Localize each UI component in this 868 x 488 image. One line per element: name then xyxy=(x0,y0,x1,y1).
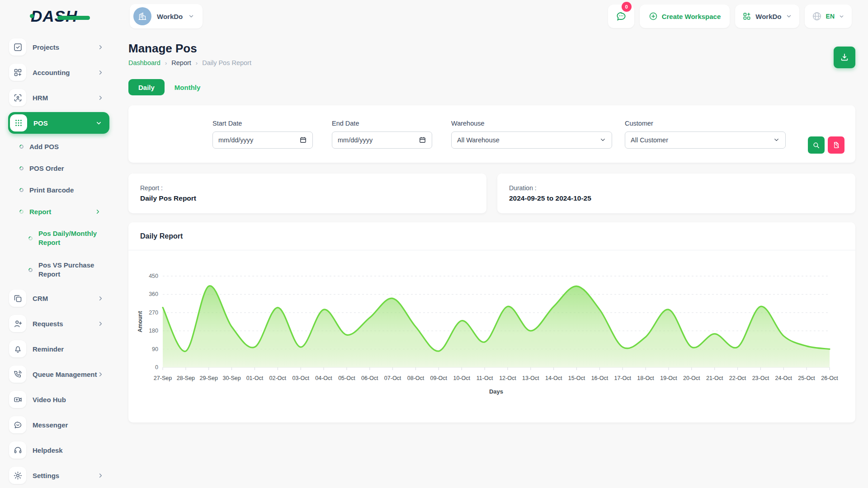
sidebar-item-pos-vs-purchase-report[interactable]: Pos VS Purchase Report xyxy=(0,254,118,286)
crm-icon xyxy=(9,290,26,307)
file-off-icon xyxy=(833,141,840,149)
search-icon xyxy=(812,141,820,149)
calendar-icon xyxy=(419,136,426,144)
workspace-name: WorkDo xyxy=(157,13,183,20)
sidebar-item-messenger[interactable]: Messenger xyxy=(0,412,118,437)
duration-label: Duration : xyxy=(509,184,844,192)
svg-text:09-Oct: 09-Oct xyxy=(430,375,448,381)
sidebar-item-add-pos[interactable]: Add POS xyxy=(0,136,118,157)
start-date-input[interactable]: mm/dd/yyyy xyxy=(212,131,313,149)
chevron-down-icon xyxy=(188,13,194,19)
messages-button[interactable]: 0 xyxy=(608,5,634,28)
report-period-tabs: Daily Monthly xyxy=(128,79,855,95)
company-menu-button[interactable]: WorkDo xyxy=(735,5,799,28)
svg-text:24-Oct: 24-Oct xyxy=(775,375,793,381)
sidebar-item-accounting[interactable]: Accounting xyxy=(0,60,118,85)
end-date-label: End Date xyxy=(332,120,432,127)
customer-select[interactable]: All Customer xyxy=(625,131,786,149)
sidebar-item-pos-daily-monthly-report[interactable]: Pos Daily/Monthly Report xyxy=(0,222,118,254)
sidebar-item-pos[interactable]: POS xyxy=(8,112,109,134)
dash-logo[interactable]: DASH xyxy=(31,7,77,25)
end-date-input[interactable]: mm/dd/yyyy xyxy=(332,131,432,149)
grid-plus-icon xyxy=(742,12,751,21)
reset-filter-button[interactable] xyxy=(828,136,844,154)
breadcrumb-report-link[interactable]: Report xyxy=(171,59,191,66)
sidebar-item-reminder[interactable]: Reminder xyxy=(0,336,118,361)
chevron-right-icon xyxy=(97,44,104,51)
svg-text:02-Oct: 02-Oct xyxy=(269,375,287,381)
bullet-icon xyxy=(19,165,24,171)
apps-grid-icon xyxy=(10,114,27,131)
video-camera-icon xyxy=(9,391,26,408)
chevron-right-icon xyxy=(97,295,104,302)
sidebar-item-queue-management[interactable]: Queue Management xyxy=(0,361,118,387)
tab-daily[interactable]: Daily xyxy=(128,79,165,95)
svg-text:18-Oct: 18-Oct xyxy=(637,375,654,381)
chevron-down-icon xyxy=(95,120,102,127)
svg-text:Days: Days xyxy=(489,388,503,395)
sidebar-item-helpdesk[interactable]: Helpdesk xyxy=(0,437,118,463)
svg-text:15-Oct: 15-Oct xyxy=(568,375,585,381)
sidebar-item-video-hub[interactable]: Video Hub xyxy=(0,387,118,412)
search-button[interactable] xyxy=(808,136,825,154)
building-icon xyxy=(137,11,147,21)
sidebar-item-label: POS Order xyxy=(29,164,64,172)
logo-accent-dot xyxy=(30,14,34,18)
svg-text:450: 450 xyxy=(149,273,158,279)
bullet-icon xyxy=(19,209,24,215)
sidebar-item-label: Pos VS Purchase Report xyxy=(38,261,107,279)
breadcrumb-current: Daily Pos Report xyxy=(202,59,251,66)
bullet-icon xyxy=(19,144,24,150)
headset-icon xyxy=(9,441,26,459)
sidebar-item-settings[interactable]: Settings xyxy=(0,463,118,488)
tab-monthly[interactable]: Monthly xyxy=(171,84,204,91)
warehouse-select[interactable]: All Warehouse xyxy=(451,131,612,149)
svg-text:06-Oct: 06-Oct xyxy=(361,375,378,381)
sidebar-item-print-barcode[interactable]: Print Barcode xyxy=(0,179,118,201)
breadcrumb-separator: › xyxy=(165,60,167,66)
svg-text:23-Oct: 23-Oct xyxy=(752,375,769,381)
breadcrumb-separator: › xyxy=(196,60,198,66)
sidebar-item-requests[interactable]: Requests xyxy=(0,311,118,336)
sidebar: ProjectsAccountingHRMPOSAdd POSPOS Order… xyxy=(0,33,118,488)
filter-card: Start Date mm/dd/yyyy End Date mm/dd/yyy… xyxy=(128,105,855,163)
chat-bubble-icon xyxy=(9,416,26,433)
warehouse-label: Warehouse xyxy=(451,120,612,127)
svg-text:25-Oct: 25-Oct xyxy=(798,375,815,381)
sidebar-item-label: CRM xyxy=(33,295,48,302)
sidebar-item-pos-order[interactable]: POS Order xyxy=(0,157,118,179)
workspace-avatar xyxy=(133,7,151,25)
chevron-down-icon xyxy=(773,136,780,143)
language-selector[interactable]: EN xyxy=(805,5,852,28)
sidebar-item-label: Helpdesk xyxy=(33,446,63,454)
start-date-label: Start Date xyxy=(212,120,313,127)
svg-text:13-Oct: 13-Oct xyxy=(522,375,539,381)
svg-text:03-Oct: 03-Oct xyxy=(292,375,309,381)
company-label: WorkDo xyxy=(755,13,781,20)
sidebar-item-crm[interactable]: CRM xyxy=(0,286,118,311)
chevron-right-icon xyxy=(94,208,101,215)
workspace-selector[interactable]: WorkDo xyxy=(130,4,203,28)
create-workspace-button[interactable]: Create Workspace xyxy=(640,5,730,28)
sidebar-item-label: Add POS xyxy=(29,143,59,150)
sidebar-item-report[interactable]: Report xyxy=(0,201,118,222)
daily-report-chart: 09018027036045027-Sep28-Sep29-Sep30-Sep0… xyxy=(128,250,855,413)
sidebar-item-label: Print Barcode xyxy=(29,186,74,194)
svg-text:05-Oct: 05-Oct xyxy=(338,375,355,381)
user-plus-icon xyxy=(9,315,26,332)
bullet-icon xyxy=(28,235,33,241)
customer-selected-value: All Customer xyxy=(631,136,668,144)
sidebar-item-label: HRM xyxy=(33,94,48,102)
check-square-icon xyxy=(9,38,26,56)
sidebar-item-hrm[interactable]: HRM xyxy=(0,85,118,110)
breadcrumb-dashboard-link[interactable]: Dashboard xyxy=(128,59,160,66)
download-report-button[interactable] xyxy=(834,47,855,68)
svg-text:28-Sep: 28-Sep xyxy=(177,375,195,381)
user-frame-icon xyxy=(9,89,26,106)
sidebar-item-projects[interactable]: Projects xyxy=(0,34,118,60)
svg-text:27-Sep: 27-Sep xyxy=(154,375,172,381)
customer-label: Customer xyxy=(625,120,786,127)
svg-text:29-Sep: 29-Sep xyxy=(200,375,218,381)
logo-wrap: DASH xyxy=(0,7,118,25)
sidebar-item-label: Report xyxy=(29,208,51,216)
